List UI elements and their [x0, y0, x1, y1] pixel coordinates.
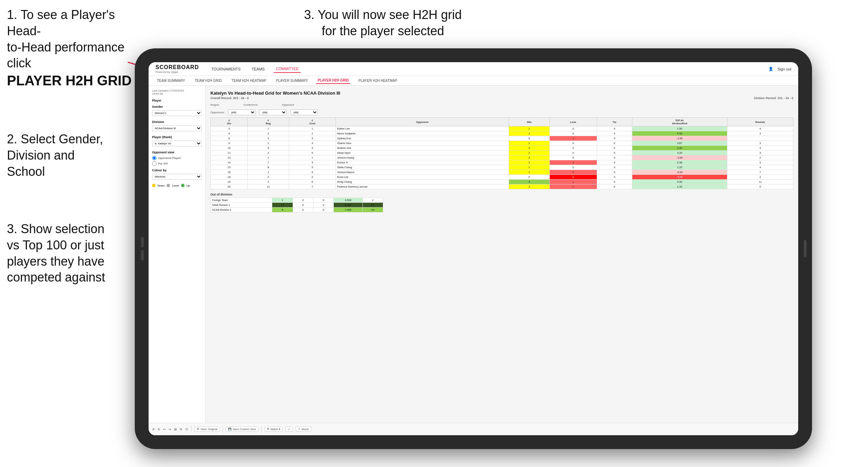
sub-player-summary[interactable]: PLAYER SUMMARY	[275, 78, 309, 84]
back-icon[interactable]: ↩	[163, 428, 166, 431]
out-of-division-header: Out of division	[210, 193, 793, 196]
opponents-label: Opponents:	[210, 111, 225, 114]
table-row: 914 Sharon Mun 1 0 0 3.67 3	[211, 141, 793, 146]
table-row: 633 Sydney Kuo 0 1 0 -1.00	[211, 136, 793, 141]
app-navbar: SCOREBOARD Powered by clippd TOURNAMENTS…	[149, 62, 798, 76]
legend-up-label: Up	[187, 184, 190, 187]
watch-icon: 👁	[267, 428, 270, 431]
th-win: Win	[509, 118, 549, 126]
th-rounds: Rounds	[727, 118, 793, 126]
sub-team-summary[interactable]: TEAM SUMMARY	[155, 78, 187, 84]
instruction-mid-left: 2. Select Gender,Division andSchool	[7, 131, 103, 180]
main-data-table: #Div #Reg #Conf Opponent Win Loss Tie Di…	[210, 117, 793, 189]
legend-down-label: Down	[158, 184, 164, 187]
forward-icon[interactable]: ↪	[169, 428, 171, 431]
nav-right: 👤 Sign out	[768, 67, 791, 71]
th-div: #Div	[211, 118, 248, 126]
overall-record: Overall Record: 353 - 34 - 6	[210, 96, 249, 100]
share-button[interactable]: ↗ Share	[295, 427, 311, 432]
legend-up-dot	[181, 184, 185, 187]
instruction-bottom-left: 3. Show selectionvs Top 100 or justplaye…	[7, 221, 105, 286]
filter-row: Region Conference Opponent	[210, 103, 793, 107]
expand-icon[interactable]: ⊞	[174, 428, 177, 431]
logo-sub: Powered by clippd	[155, 70, 199, 74]
sidebar: Last Updated: 27/03/202416:55:38 Player …	[149, 86, 206, 435]
undo-icon[interactable]: ↺	[152, 428, 155, 431]
grid-title: Katelyn Vo Head-to-Head Grid for Women's…	[210, 90, 793, 96]
sidebar-player-rank-select[interactable]: 8. Katelyn Vo	[152, 141, 202, 146]
clock-icon[interactable]: ⏱	[185, 428, 188, 431]
sidebar-colour-by-select[interactable]: Win/loss	[152, 174, 202, 180]
sub-team-h2h-heatmap[interactable]: TEAM H2H HEATMAP	[230, 78, 268, 84]
nav-teams[interactable]: TEAMS	[249, 66, 267, 73]
th-conf: #Conf	[289, 118, 336, 126]
main-content: Last Updated: 27/03/202416:55:38 Player …	[149, 86, 798, 435]
sidebar-division-label: Division	[152, 120, 202, 124]
sidebar-gender-label: Gender	[152, 105, 202, 108]
th-loss: Loss	[549, 118, 597, 126]
radio-top100[interactable]: Top 100	[152, 161, 202, 166]
table-row: 522 Alexis Sudjianto 1 0 0 4.00 3	[211, 131, 793, 136]
th-reg: #Reg	[247, 118, 289, 126]
refresh-icon[interactable]: ⟳	[180, 428, 182, 431]
toolbar-separator-1	[191, 426, 191, 433]
radio-opponents-played[interactable]: Opponents Played	[152, 156, 202, 160]
sidebar-timestamp: Last Updated: 27/03/202416:55:38	[152, 89, 202, 95]
sidebar-player-section: Player	[152, 99, 202, 102]
table-row: 1946 Emily Chang 4 1 0 0.30 11	[211, 180, 793, 184]
logo-text: SCOREBOARD	[155, 64, 199, 70]
table-row: 1613 Jessica Mason 1 2 0 -0.94 7	[211, 170, 793, 175]
watch-button[interactable]: 👁 Watch ▾	[264, 427, 283, 432]
toolbar-separator-2	[223, 426, 223, 433]
sidebar-colour-by-label: Colour by	[152, 169, 202, 172]
table-row: 20117 Federica Domecq Lacroze 2 1 0 1.33…	[211, 184, 793, 189]
grid-area: Katelyn Vo Head-to-Head Grid for Women's…	[206, 86, 798, 435]
sidebar-opponent-view-label: Opponent view	[152, 151, 202, 154]
table-row: Foreign Team 1 0 0 4.500 2	[211, 198, 383, 203]
region-label: Region	[210, 103, 219, 106]
redo-icon[interactable]: ↻	[158, 428, 160, 431]
sidebar-gender-select[interactable]: Women's Men's	[152, 110, 202, 116]
division-record: Division Record: 331 - 34 - 6	[754, 96, 793, 100]
expand-view-button[interactable]: ⤢	[285, 427, 293, 432]
table-row: 311 Esther Lee 1 0 0 1.50 4	[211, 126, 793, 131]
instruction-top-left: 1. To see a Player's Head- to-Head perfo…	[7, 7, 145, 89]
th-opponent: Opponent	[336, 118, 509, 126]
toolbar-separator-3	[261, 426, 262, 433]
view-original-button[interactable]: 👁 View: Original	[194, 427, 220, 432]
table-row: 1311 Jessica Huang 2 0 0 -3.00 2	[211, 155, 793, 160]
sidebar-radio-group: Opponents Played Top 100	[152, 156, 202, 166]
table-row: 1585 Stella Cheng 1 0 0 1.25 4	[211, 165, 793, 170]
sidebar-player-rank-label: Player (Rank)	[152, 135, 202, 139]
save-custom-view-button[interactable]: 💾 Save Custom View	[226, 427, 258, 432]
conference-select[interactable]: (All)	[259, 109, 287, 115]
sub-player-h2h-heatmap[interactable]: PLAYER H2H HEATMAP	[357, 78, 398, 84]
th-tie: Tie	[597, 118, 632, 126]
bottom-toolbar: ↺ ↻ ↩ ↪ ⊞ ⟳ ⏱ 👁 View: Original 💾 Save Cu…	[149, 423, 798, 435]
sidebar-division-select[interactable]: NCAA Division III NCAA Division I NCAA D…	[152, 125, 202, 131]
sub-team-h2h-grid[interactable]: TEAM H2H GRID	[194, 78, 223, 84]
table-row: 1063 Andrea York 2 0 0 4.00 4	[211, 146, 793, 151]
conference-label: Conference	[243, 103, 257, 106]
table-row: 1125 Heejo Hyun 1 0 0 3.33 3	[211, 151, 793, 155]
nav-committee[interactable]: COMMITTEE	[274, 65, 301, 73]
table-row: NCAA Division 2 5 0 0 7.400 10	[211, 208, 383, 212]
table-row: 1822 Euna Lee 0 2 0 -5.00 2	[211, 175, 793, 180]
tablet-frame: SCOREBOARD Powered by clippd TOURNAMENTS…	[135, 48, 812, 449]
opponent-select[interactable]: (All)	[290, 109, 318, 115]
th-diff: Diff AvStrokes/Rnd	[632, 118, 727, 126]
opponents-filter-row: Opponents: (All) (All) (All)	[210, 109, 793, 115]
opponents-select[interactable]: (All)	[228, 109, 256, 115]
sub-player-h2h-grid[interactable]: PLAYER H2H GRID	[316, 77, 350, 84]
sidebar-color-legend: Down Level Up	[152, 184, 202, 187]
table-row: NAIA Division 1 15 0 0 9.267 30	[211, 203, 383, 208]
tablet-screen: SCOREBOARD Powered by clippd TOURNAMENTS…	[149, 62, 798, 435]
sign-out-link[interactable]: Sign out	[777, 67, 791, 71]
user-icon: 👤	[768, 67, 773, 71]
save-icon: 💾	[228, 428, 232, 431]
logo-area: SCOREBOARD Powered by clippd	[155, 64, 199, 74]
out-of-division-table: Foreign Team 1 0 0 4.500 2 NAIA Division…	[210, 198, 383, 212]
nav-tournaments[interactable]: TOURNAMENTS	[209, 66, 243, 73]
legend-level-label: Level	[172, 184, 179, 187]
grid-subtitle: Overall Record: 353 - 34 - 6 Division Re…	[210, 96, 793, 100]
